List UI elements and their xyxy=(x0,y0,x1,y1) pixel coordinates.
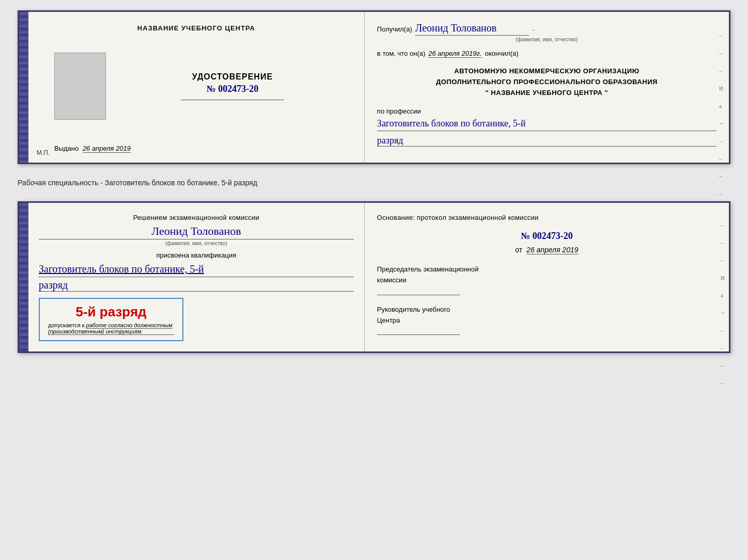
protocol-date-line: от 26 апреля 2019 xyxy=(377,246,716,254)
issued-line: Выдано 26 апреля 2019 xyxy=(54,145,354,152)
book-spine-left xyxy=(19,12,28,163)
stamp-allowed: допускается к работе согласно должностны… xyxy=(48,322,174,328)
rank-value-bottom: разряд xyxy=(39,279,354,292)
director-label2: Центра xyxy=(377,315,716,326)
fio-subtext-top: (фамилия, имя, отчество) xyxy=(377,37,716,42)
margin-marks-bottom: – – – И а ← – – – – xyxy=(721,222,726,386)
org-line1: АВТОНОМНУЮ НЕКОММЕРЧЕСКУЮ ОРГАНИЗАЦИЮ xyxy=(377,66,716,77)
chairman-label2: комиссии xyxy=(377,275,716,286)
left-page-1: НАЗВАНИЕ УЧЕБНОГО ЦЕНТРА УДОСТОВЕРЕНИЕ №… xyxy=(28,12,365,163)
protocol-number: № 002473-20 xyxy=(377,231,716,242)
rank-value-top: разряд xyxy=(377,135,716,147)
assigned-text: присвоена квалификация xyxy=(39,251,354,259)
director-label: Руководитель учебного xyxy=(377,305,716,315)
stamp-box: 5-й разряд допускается к работе согласно… xyxy=(39,298,183,341)
fio-subtext-bottom: (фамилия, имя, отчество) xyxy=(39,241,354,246)
director-signature-line xyxy=(377,328,460,335)
photo-placeholder xyxy=(54,53,106,120)
org-name: " НАЗВАНИЕ УЧЕБНОГО ЦЕНТРА " xyxy=(377,88,716,99)
chairman-label: Председатель экзаменационной xyxy=(377,264,716,275)
profession-label: по профессии xyxy=(377,107,716,115)
cert-title: УДОСТОВЕРЕНИЕ xyxy=(192,72,273,82)
organization-block: АВТОНОМНУЮ НЕКОММЕРЧЕСКУЮ ОРГАНИЗАЦИЮ ДО… xyxy=(377,66,716,98)
recipient-name-top: Леонид Толованов xyxy=(415,22,529,36)
cert-number: № 002473-20 xyxy=(207,84,259,94)
certify-finished: окончил(а) xyxy=(485,50,519,57)
decision-text: Решением экзаменационной комиссии xyxy=(39,213,354,222)
margin-marks-top: – – – И а ← – – – – xyxy=(719,33,725,197)
issued-date: 26 апреля 2019 xyxy=(83,145,131,153)
certificate-book-1: НАЗВАНИЕ УЧЕБНОГО ЦЕНТРА УДОСТОВЕРЕНИЕ №… xyxy=(18,10,730,164)
stamp-italic2: (производственным) инструкциям xyxy=(48,328,174,335)
certificate-book-2: Решением экзаменационной комиссии Леонид… xyxy=(18,201,730,353)
stamp-rank: 5-й разряд xyxy=(48,304,174,320)
certify-text: в том, что он(а) xyxy=(377,50,425,57)
org-line2: ДОПОЛНИТЕЛЬНОГО ПРОФЕССИОНАЛЬНОГО ОБРАЗО… xyxy=(377,77,716,88)
left-page-2: Решением экзаменационной комиссии Леонид… xyxy=(28,203,365,351)
person-name-bottom: Леонид Толованов xyxy=(39,225,354,239)
basis-text: Основание: протокол экзаменационной коми… xyxy=(377,213,716,222)
director-block: Руководитель учебного Центра xyxy=(377,305,716,335)
chairman-block: Председатель экзаменационной комиссии xyxy=(377,264,716,295)
separator-text: Рабочая специальность - Заготовитель бло… xyxy=(18,175,257,190)
profession-value-bottom: Заготовитель блоков по ботанике, 5-й xyxy=(39,261,354,277)
chairman-signature-line xyxy=(377,288,460,295)
mp-label: М.П. xyxy=(37,149,50,156)
training-center-title-left: НАЗВАНИЕ УЧЕБНОГО ЦЕНТРА xyxy=(137,24,255,32)
certify-date: 26 апреля 2019г. xyxy=(428,50,481,58)
issued-label: Выдано xyxy=(54,145,79,152)
right-page-2: Основание: протокол экзаменационной коми… xyxy=(365,203,729,351)
date-prefix: от xyxy=(515,246,522,254)
received-label: Получил(а) xyxy=(377,25,412,33)
stamp-allowed-prefix: допускается к xyxy=(48,322,85,328)
profession-value-top: Заготовитель блоков по ботанике, 5-й xyxy=(377,117,716,131)
right-page-1: Получил(а) Леонид Толованов – (фамилия, … xyxy=(365,12,729,163)
book-spine-2 xyxy=(19,203,28,351)
separator-section: Рабочая специальность - Заготовитель бло… xyxy=(18,173,730,192)
date-value: 26 апреля 2019 xyxy=(526,246,578,254)
